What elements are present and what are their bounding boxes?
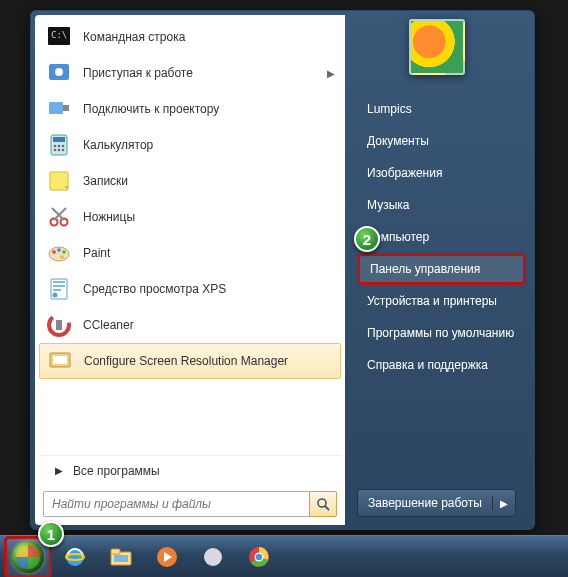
projector-icon <box>45 95 73 123</box>
program-item[interactable]: Ножницы <box>39 199 341 235</box>
right-link-list: LumpicsДокументыИзображенияМузыкаКомпьют… <box>357 93 526 381</box>
program-item[interactable]: Configure Screen Resolution Manager <box>39 343 341 379</box>
right-pane-item[interactable]: Панель управления <box>357 253 526 285</box>
right-pane-item[interactable]: Устройства и принтеры <box>357 285 526 317</box>
svg-point-21 <box>57 248 61 252</box>
svg-text:C:\: C:\ <box>51 30 67 40</box>
svg-rect-27 <box>56 320 62 330</box>
right-pane-item[interactable]: Документы <box>357 125 526 157</box>
right-pane-item[interactable]: Компьютер <box>357 221 526 253</box>
svg-point-12 <box>58 149 61 152</box>
explorer-icon <box>108 544 134 570</box>
program-item[interactable]: Paint <box>39 235 341 271</box>
program-item[interactable]: C:\ Командная строка <box>39 19 341 55</box>
right-pane-item[interactable]: Справка и поддержка <box>357 349 526 381</box>
right-item-label: Справка и поддержка <box>367 358 488 372</box>
svg-point-22 <box>62 250 66 254</box>
program-label: Paint <box>83 246 110 260</box>
start-menu: C:\ Командная строка Приступая к работе … <box>30 10 535 530</box>
shutdown-button[interactable]: Завершение работы ▶ <box>357 489 516 517</box>
program-label: Записки <box>83 174 128 188</box>
xps-icon <box>45 275 73 303</box>
program-label: Configure Screen Resolution Manager <box>84 354 288 368</box>
svg-rect-36 <box>114 555 128 562</box>
program-item[interactable]: Записки <box>39 163 341 199</box>
search-button[interactable] <box>309 491 337 517</box>
right-item-label: Документы <box>367 134 429 148</box>
svg-point-11 <box>54 149 57 152</box>
program-label: Средство просмотра XPS <box>83 282 226 296</box>
program-item[interactable]: Средство просмотра XPS <box>39 271 341 307</box>
taskbar-icons <box>52 540 282 574</box>
chevron-right-icon: ▶ <box>327 68 335 79</box>
getting-started-icon <box>45 59 73 87</box>
cmd-icon: C:\ <box>45 23 73 51</box>
start-menu-right-pane: LumpicsДокументыИзображенияМузыкаКомпьют… <box>345 11 534 529</box>
program-label: Приступая к работе <box>83 66 193 80</box>
svg-point-23 <box>60 255 64 259</box>
ie-icon <box>62 544 88 570</box>
chrome-icon <box>246 544 272 570</box>
taskbar-wmp[interactable] <box>146 540 188 574</box>
svg-rect-7 <box>53 137 65 142</box>
svg-point-3 <box>55 68 63 76</box>
taskbar-chrome[interactable] <box>238 540 280 574</box>
taskbar-ie[interactable] <box>54 540 96 574</box>
search-row <box>39 485 341 521</box>
right-item-label: Программы по умолчанию <box>367 326 514 340</box>
taskbar-blank[interactable] <box>192 540 234 574</box>
all-programs-label: Все программы <box>73 464 160 478</box>
user-picture[interactable] <box>409 19 465 75</box>
svg-rect-4 <box>49 102 63 114</box>
ccleaner-icon <box>45 311 73 339</box>
right-item-label: Музыка <box>367 198 409 212</box>
svg-rect-5 <box>63 105 69 111</box>
chevron-right-icon: ▶ <box>55 465 63 476</box>
svg-point-39 <box>204 548 222 566</box>
paint-icon <box>45 239 73 267</box>
svg-rect-29 <box>53 356 67 364</box>
start-menu-left-pane: C:\ Командная строка Приступая к работе … <box>35 15 345 525</box>
svg-line-31 <box>325 506 329 510</box>
svg-point-9 <box>58 145 61 148</box>
taskbar <box>0 535 568 577</box>
program-label: Ножницы <box>83 210 135 224</box>
svg-point-10 <box>62 145 65 148</box>
svg-point-20 <box>52 250 56 254</box>
program-list: C:\ Командная строка Приступая к работе … <box>39 19 341 455</box>
program-item[interactable]: Подключить к проектору <box>39 91 341 127</box>
all-programs[interactable]: ▶ Все программы <box>39 455 341 485</box>
calculator-icon <box>45 131 73 159</box>
search-icon <box>316 497 330 511</box>
svg-point-25 <box>53 293 58 298</box>
search-input[interactable] <box>43 491 337 517</box>
svg-point-8 <box>54 145 57 148</box>
program-item[interactable]: Приступая к работе ▶ <box>39 55 341 91</box>
chevron-right-icon[interactable]: ▶ <box>493 498 515 509</box>
csrm-icon <box>46 347 74 375</box>
right-item-label: Панель управления <box>370 262 480 276</box>
blank-icon <box>200 544 226 570</box>
svg-point-13 <box>62 149 65 152</box>
wmp-icon <box>154 544 180 570</box>
annotation-badge-1: 1 <box>38 521 64 547</box>
right-item-label: Изображения <box>367 166 442 180</box>
program-item[interactable]: Калькулятор <box>39 127 341 163</box>
svg-point-30 <box>318 499 326 507</box>
right-pane-item[interactable]: Изображения <box>357 157 526 189</box>
program-item[interactable]: CCleaner <box>39 307 341 343</box>
right-pane-item[interactable]: Музыка <box>357 189 526 221</box>
right-pane-item[interactable]: Lumpics <box>357 93 526 125</box>
right-item-label: Lumpics <box>367 102 412 116</box>
right-item-label: Устройства и принтеры <box>367 294 497 308</box>
shutdown-row: Завершение работы ▶ <box>357 485 526 521</box>
right-pane-item[interactable]: Программы по умолчанию <box>357 317 526 349</box>
taskbar-explorer[interactable] <box>100 540 142 574</box>
program-label: Калькулятор <box>83 138 153 152</box>
program-label: Подключить к проектору <box>83 102 219 116</box>
shutdown-label: Завершение работы <box>358 496 493 510</box>
svg-point-42 <box>256 553 262 559</box>
notes-icon <box>45 167 73 195</box>
svg-rect-35 <box>111 549 120 554</box>
snip-icon <box>45 203 73 231</box>
